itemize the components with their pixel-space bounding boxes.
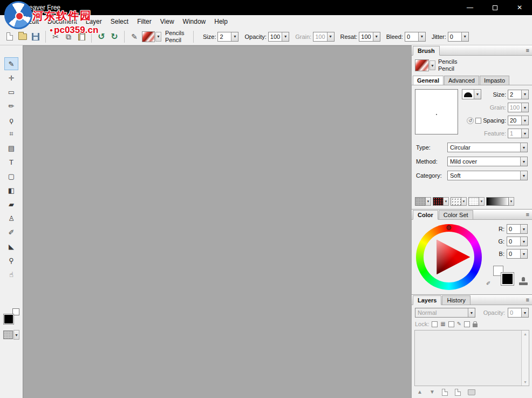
menu-item-document[interactable]: Document [43,16,81,28]
brush-size-spinner[interactable]: 2 ▼ [508,90,529,99]
method-dropdown[interactable]: Mild cover ▼ [447,157,528,166]
dropdown-arrow-icon[interactable]: ▼ [521,116,528,125]
paste-button[interactable] [75,30,88,43]
dropdown-arrow-icon[interactable]: ▼ [231,32,238,41]
scroll-up-icon[interactable]: ▲ [523,330,527,338]
foreground-color-swatch[interactable] [3,314,14,325]
speckle-selector[interactable]: ▼ [451,197,467,206]
lock-all-checkbox[interactable] [464,321,470,327]
dot-pattern-selector[interactable]: ▼ [468,197,485,206]
color-panel-menu-icon[interactable]: ≡ [526,211,529,218]
layer-list-scrollbar[interactable]: ▲ ▼ [521,330,529,386]
foreground-color-swatch[interactable] [501,273,514,285]
tool-shape[interactable]: ▢ [4,170,18,183]
cut-button[interactable]: ✂ [49,30,62,43]
dropdown-arrow-icon[interactable]: ▼ [479,197,485,206]
spacing-spinner[interactable]: 20 ▼ [508,116,529,125]
dropdown-arrow-icon[interactable]: ▼ [426,197,431,206]
current-tool-button[interactable]: ✎ [128,30,141,43]
new-layer-icon[interactable] [442,389,448,396]
tool-lasso[interactable]: ϙ [4,113,18,126]
scroll-down-icon[interactable]: ▼ [523,379,527,386]
tool-eraser[interactable]: ▰ [4,198,18,211]
menu-item-file[interactable]: File [4,16,23,28]
tool-move[interactable]: ✛ [4,71,18,84]
menu-item-help[interactable]: Help [210,16,232,28]
menu-item-select[interactable]: Select [106,16,133,28]
dropdown-arrow-icon[interactable]: ▼ [373,32,380,41]
tab-layers[interactable]: Layers [413,295,441,305]
brush-select-arrow-icon[interactable]: ▼ [429,60,435,70]
tab-advanced[interactable]: Advanced [444,76,479,85]
tab-impasto[interactable]: Impasto [480,76,509,85]
redo-button[interactable]: ↻ [108,30,121,43]
menu-item-layer[interactable]: Layer [81,16,106,28]
dropdown-arrow-icon[interactable]: ▼ [520,237,527,246]
dropdown-arrow-icon[interactable]: ▼ [520,143,527,152]
close-button[interactable]: ✕ [507,0,532,15]
red-spinner[interactable]: 0 ▼ [507,224,528,234]
tool-zoom[interactable]: ⚲ [4,254,18,267]
dropdown-arrow-icon[interactable]: ▼ [444,197,449,206]
dropdown-arrow-icon[interactable]: ▼ [520,225,527,233]
spacing-cycle-icon[interactable]: ↺ [467,117,474,124]
menu-item-edit[interactable]: Edit [23,16,43,28]
move-layer-down-icon[interactable]: ▼ [429,389,435,395]
move-layer-up-icon[interactable]: ▲ [417,389,422,395]
tool-clone-stamp[interactable]: ♙ [4,212,18,225]
lock-transparency-checkbox[interactable] [432,321,438,327]
layers-panel-menu-icon[interactable]: ≡ [526,296,529,303]
dropdown-arrow-icon[interactable]: ▼ [509,197,514,206]
type-dropdown[interactable]: Circular ▼ [447,143,528,152]
tool-text[interactable]: T [4,156,18,168]
brush-picker-arrow-icon[interactable]: ▼ [155,32,161,42]
dropdown-arrow-icon[interactable]: ▼ [474,90,481,99]
dropper-icon[interactable]: ✐ [486,280,490,286]
menu-item-window[interactable]: Window [179,16,210,28]
jitter-spinner[interactable]: 0 ▼ [448,32,469,42]
tool-hand[interactable]: ☝ [4,268,18,281]
new-document-button[interactable] [3,30,16,43]
opacity-spinner[interactable]: 100 ▼ [268,32,289,42]
tab-color-set[interactable]: Color Set [439,210,473,220]
dropdown-arrow-icon[interactable]: ▼ [520,171,527,180]
tool-gradient[interactable]: ◧ [4,184,18,197]
blue-spinner[interactable]: 0 ▼ [507,249,528,259]
tool-color-picker[interactable]: ✐ [4,226,18,239]
menu-item-view[interactable]: View [156,16,179,28]
tab-history[interactable]: History [442,295,470,305]
color-set-stamp-icon[interactable] [519,277,528,285]
dropdown-arrow-icon[interactable]: ▼ [282,32,289,41]
size-spinner[interactable]: 2 ▼ [217,32,238,42]
bleed-spinner[interactable]: 0 ▼ [405,32,426,42]
dropdown-arrow-icon[interactable]: ▼ [461,197,467,206]
category-dropdown[interactable]: Soft ▼ [447,171,528,180]
pattern-selector[interactable]: ▼ [3,330,19,340]
gradient-selector[interactable]: ▼ [486,197,514,206]
dropdown-arrow-icon[interactable]: ▼ [520,157,527,166]
dropdown-arrow-icon[interactable]: ▼ [461,32,468,41]
tool-crop[interactable]: ⌗ [4,127,18,140]
dropdown-arrow-icon[interactable]: ▼ [418,32,425,41]
tool-paint-roller[interactable]: ▤ [4,141,18,154]
copy-button[interactable]: ⧉ [62,30,75,43]
flatten-layers-icon[interactable] [468,389,475,395]
tool-brush[interactable]: ✎ [4,57,18,70]
pattern-selector[interactable]: ▼ [433,197,449,206]
tool-pencil[interactable]: ✏ [4,99,18,112]
brush-panel-menu-icon[interactable]: ≡ [526,47,529,53]
spacing-checkbox[interactable] [475,118,481,124]
maximize-button[interactable] [482,0,507,15]
brush-panel-tab[interactable]: Brush [413,46,440,56]
dropdown-arrow-icon[interactable]: ▼ [520,249,527,258]
canvas-workspace[interactable] [23,45,411,398]
open-button[interactable] [16,30,29,43]
tool-rect-select[interactable]: ▭ [4,85,18,98]
color-wheel[interactable] [416,224,482,290]
dropdown-arrow-icon[interactable]: ▼ [521,90,528,99]
hue-marker[interactable] [447,225,452,230]
dab-shape-dropdown[interactable]: ▼ [462,89,481,99]
menu-item-filter[interactable]: Filter [133,16,156,28]
duplicate-layer-icon[interactable] [455,389,461,396]
pattern-arrow-icon[interactable]: ▼ [13,330,19,340]
